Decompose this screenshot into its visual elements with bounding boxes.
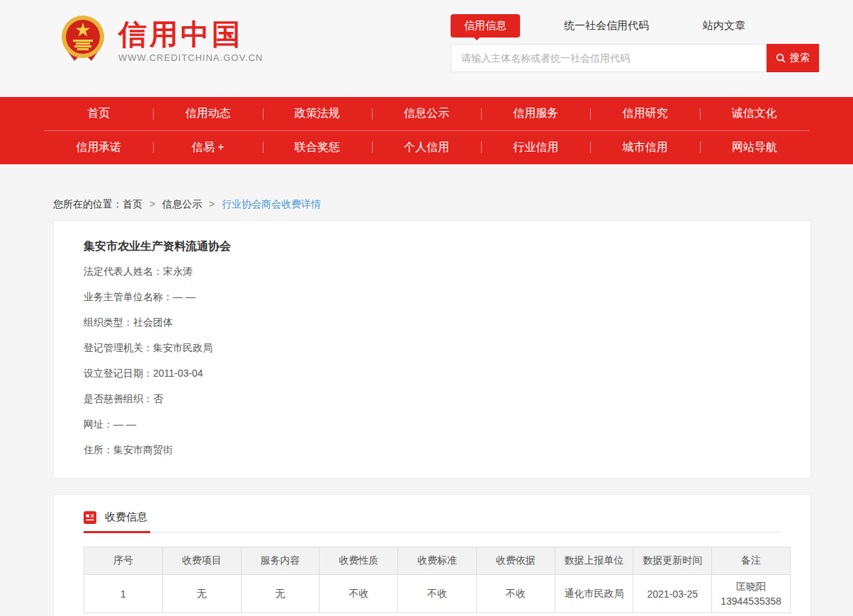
site-url: WWW.CREDITCHINA.GOV.CN (118, 52, 263, 63)
nav-item-home[interactable]: 首页 (44, 106, 153, 121)
cell-reporting-unit: 通化市民政局 (555, 575, 633, 613)
field-value: 社会团体 (133, 316, 173, 328)
nav-item-integrity-culture[interactable]: 诚信文化 (700, 106, 809, 121)
field-value: 宋永涛 (163, 266, 193, 277)
col-reporting-unit: 数据上报单位 (555, 547, 633, 575)
field-value: 否 (153, 393, 163, 404)
breadcrumb-info-disclosure[interactable]: 信息公示 (162, 198, 202, 210)
field-registration-authority: 登记管理机关：集安市民政局 (84, 335, 781, 360)
nav-item-credit-services[interactable]: 信用服务 (481, 106, 590, 121)
nav-item-xinyi-plus[interactable]: 信易 + (153, 140, 262, 155)
field-label: 业务主管单位名称： (84, 291, 173, 302)
field-label: 住所： (84, 444, 113, 455)
field-label: 法定代表人姓名： (84, 266, 163, 277)
col-service-content: 服务内容 (241, 547, 320, 575)
cell-service-content: 无 (241, 575, 320, 613)
col-fee-item: 收费项目 (162, 547, 241, 575)
fee-table-header-row: 序号 收费项目 服务内容 收费性质 收费标准 收费依据 数据上报单位 数据更新时… (84, 547, 791, 575)
search-button-label: 搜索 (790, 52, 810, 64)
breadcrumb-separator: > (149, 198, 155, 210)
field-charity-status: 是否慈善组织：否 (84, 386, 781, 411)
nav-item-credit-research[interactable]: 信用研究 (590, 106, 699, 121)
cell-fee-nature: 不收 (320, 575, 398, 613)
col-remark: 备注 (712, 547, 791, 575)
site-logo[interactable]: 信用中国 WWW.CREDITCHINA.GOV.CN (60, 14, 263, 67)
nav-row-1: 首页 信用动态 政策法规 信息公示 信用服务 信用研究 诚信文化 (44, 97, 809, 130)
col-fee-standard: 收费标准 (398, 547, 477, 575)
nav-item-industry-credit[interactable]: 行业信用 (481, 140, 590, 155)
field-label: 是否慈善组织： (84, 393, 153, 404)
main-nav: 首页 信用动态 政策法规 信息公示 信用服务 信用研究 诚信文化 信用承诺 信易… (0, 97, 853, 164)
field-registration-date: 设立登记日期：2011-03-04 (84, 360, 781, 386)
fee-section-header: 收费信息 (84, 511, 781, 532)
top-header: 信用中国 WWW.CREDITCHINA.GOV.CN 信用信息 统一社会信用代… (0, 0, 853, 97)
field-legal-representative: 法定代表人姓名：宋永涛 (84, 258, 781, 284)
nav-item-site-navigation[interactable]: 网站导航 (700, 140, 809, 155)
col-fee-nature: 收费性质 (320, 547, 398, 575)
cell-fee-standard: 不收 (398, 575, 477, 613)
field-value: — — (113, 418, 136, 430)
search-button[interactable]: 搜索 (767, 44, 819, 72)
field-value: 2011-03-04 (153, 367, 203, 379)
search-tabs: 信用信息 统一社会信用代码 站内文章 (451, 14, 819, 37)
nav-item-credit-promise[interactable]: 信用承诺 (44, 140, 153, 155)
col-fee-basis: 收费依据 (476, 547, 555, 575)
cell-fee-basis: 不收 (476, 575, 555, 613)
national-emblem-icon (60, 14, 106, 67)
cell-serial: 1 (84, 575, 163, 613)
field-label: 网址： (84, 418, 113, 430)
nav-item-personal-credit[interactable]: 个人信用 (372, 140, 481, 155)
field-label: 组织类型： (84, 316, 133, 328)
cell-remark: 匡晓阳 13944535358 (712, 575, 791, 613)
field-value: 集安市商贸街 (113, 444, 173, 455)
search-area: 信用信息 统一社会信用代码 站内文章 搜索 (451, 14, 819, 72)
tab-credit-info[interactable]: 信用信息 (451, 14, 520, 38)
field-address: 住所：集安市商贸街 (84, 437, 781, 462)
fee-table: 序号 收费项目 服务内容 收费性质 收费标准 收费依据 数据上报单位 数据更新时… (84, 547, 791, 613)
fee-info-card: 收费信息 序号 收费项目 服务内容 收费性质 收费标准 收费依据 数据上报单位 … (53, 494, 811, 616)
nav-item-city-credit[interactable]: 城市信用 (590, 140, 699, 155)
nav-item-policy-regulations[interactable]: 政策法规 (263, 106, 372, 121)
breadcrumb-home[interactable]: 首页 (123, 198, 142, 210)
tab-unified-code[interactable]: 统一社会信用代码 (564, 19, 649, 33)
field-organization-type: 组织类型：社会团体 (84, 309, 781, 335)
nav-item-joint-reward-punishment[interactable]: 联合奖惩 (263, 140, 372, 155)
field-label: 设立登记日期： (84, 367, 153, 379)
search-icon (776, 53, 786, 63)
cell-fee-item: 无 (162, 575, 241, 613)
breadcrumb-current-page: 行业协会商会收费详情 (222, 198, 321, 210)
field-value: — — (173, 291, 196, 302)
field-supervisory-unit: 业务主管单位名称：— — (84, 284, 781, 309)
fee-section-title: 收费信息 (105, 511, 147, 524)
tab-site-articles[interactable]: 站内文章 (703, 19, 745, 33)
fee-list-icon (84, 511, 96, 524)
breadcrumb-prefix: 您所在的位置： (53, 198, 123, 210)
nav-item-info-disclosure[interactable]: 信息公示 (372, 106, 481, 121)
field-label: 登记管理机关： (84, 342, 153, 353)
field-website: 网址：— — (84, 411, 781, 437)
cell-update-time: 2021-03-25 (633, 575, 712, 613)
nav-item-credit-news[interactable]: 信用动态 (153, 106, 262, 121)
fee-table-row: 1 无 无 不收 不收 不收 通化市民政局 2021-03-25 匡晓阳 139… (84, 575, 791, 613)
search-input[interactable] (451, 44, 767, 72)
entity-info-card: 集安市农业生产资料流通协会 法定代表人姓名：宋永涛 业务主管单位名称：— — 组… (53, 220, 811, 479)
site-title: 信用中国 (118, 18, 263, 50)
field-value: 集安市民政局 (153, 342, 213, 353)
col-serial: 序号 (84, 547, 163, 575)
col-update-time: 数据更新时间 (633, 547, 712, 575)
breadcrumb-separator: > (209, 198, 215, 210)
nav-row-2: 信用承诺 信易 + 联合奖惩 个人信用 行业信用 城市信用 网站导航 (44, 130, 809, 164)
breadcrumb: 您所在的位置：首页 > 信息公示 > 行业协会商会收费详情 (53, 198, 853, 211)
entity-title: 集安市农业生产资料流通协会 (84, 239, 781, 254)
